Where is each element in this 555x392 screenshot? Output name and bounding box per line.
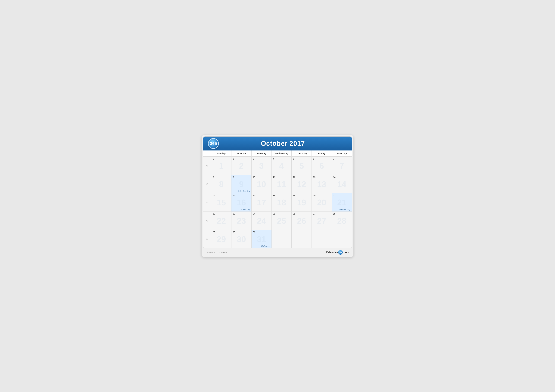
day-watermark: 19 bbox=[297, 198, 306, 207]
day-cell: 1717 bbox=[251, 193, 271, 212]
day-number: 7 bbox=[333, 157, 334, 160]
day-number: 12 bbox=[293, 176, 295, 178]
day-number: 31 bbox=[253, 231, 255, 234]
day-watermark: 31 bbox=[257, 235, 266, 244]
calendar-title: October 2017 bbox=[219, 140, 347, 147]
week-number: 44 bbox=[203, 230, 211, 248]
day-cell: 1818 bbox=[271, 193, 292, 212]
week-number: 41 bbox=[203, 175, 211, 193]
day-cell: 77 bbox=[332, 157, 352, 175]
day-number: 13 bbox=[313, 176, 315, 178]
day-cell: 11 bbox=[211, 157, 231, 175]
day-number: 4 bbox=[273, 157, 274, 160]
day-number: 1 bbox=[213, 157, 214, 160]
day-watermark: 1 bbox=[219, 161, 224, 171]
day-watermark: 20 bbox=[317, 198, 326, 207]
day-watermark: 13 bbox=[317, 179, 326, 189]
day-watermark: 17 bbox=[257, 198, 266, 207]
page-wrapper: 365 October 2017 SundayMondayTuesdayWedn… bbox=[202, 135, 353, 257]
day-cell: 1414 bbox=[332, 175, 352, 193]
day-number: 16 bbox=[233, 194, 235, 197]
day-of-week-label: Saturday bbox=[332, 150, 352, 156]
day-cell: 99Columbus Day bbox=[231, 175, 251, 193]
footer-logo-text: 365 bbox=[339, 252, 342, 253]
day-watermark: 23 bbox=[237, 216, 246, 226]
day-of-week-label: Sunday bbox=[211, 150, 231, 156]
day-watermark: 26 bbox=[297, 216, 306, 226]
day-watermark: 9 bbox=[239, 179, 244, 189]
day-watermark: 22 bbox=[217, 216, 226, 226]
day-watermark: 27 bbox=[317, 216, 326, 226]
day-number: 28 bbox=[333, 213, 336, 215]
day-number: 30 bbox=[233, 231, 235, 234]
day-watermark: 29 bbox=[217, 235, 226, 244]
day-watermark: 28 bbox=[337, 216, 346, 226]
day-cell: 66 bbox=[312, 157, 332, 175]
day-cell: 1919 bbox=[292, 193, 312, 212]
day-cell: 1010 bbox=[251, 175, 271, 193]
day-watermark: 2 bbox=[239, 161, 244, 171]
logo-text: 365 bbox=[210, 141, 217, 146]
day-cell: 44 bbox=[271, 157, 292, 175]
day-number: 26 bbox=[293, 213, 295, 215]
week-number: 40 bbox=[203, 157, 211, 175]
day-number: 3 bbox=[253, 157, 254, 160]
day-watermark: 30 bbox=[237, 235, 246, 244]
day-watermark: 16 bbox=[237, 198, 246, 207]
day-number: 11 bbox=[273, 176, 275, 178]
calendar-row: 418899Columbus Day10101111121213131414 bbox=[203, 175, 352, 193]
day-cell: 2020 bbox=[312, 193, 332, 212]
day-number: 27 bbox=[313, 213, 315, 215]
day-cell: 2828 bbox=[332, 212, 352, 230]
days-of-week-header: SundayMondayTuesdayWednesdayThursdayFrid… bbox=[203, 150, 352, 157]
calendar-container: 365 October 2017 SundayMondayTuesdayWedn… bbox=[203, 136, 352, 248]
day-cell: 2727 bbox=[312, 212, 332, 230]
day-number: 20 bbox=[313, 194, 315, 197]
calendar-header: 365 October 2017 bbox=[203, 136, 352, 150]
week-number: 42 bbox=[203, 193, 211, 212]
day-number: 21 bbox=[333, 194, 336, 197]
week-num-header-empty bbox=[203, 150, 211, 156]
day-of-week-label: Thursday bbox=[292, 150, 312, 156]
day-number: 29 bbox=[213, 231, 215, 234]
day-number: 14 bbox=[333, 176, 336, 178]
day-number: 8 bbox=[213, 176, 214, 178]
day-cell: 2525 bbox=[271, 212, 292, 230]
holiday-label: Columbus Day bbox=[238, 190, 250, 192]
day-cell bbox=[292, 230, 312, 248]
calendar-row: 432222232324242525262627272828 bbox=[203, 212, 352, 230]
footer-right-branding: Calendar- 365 .com bbox=[326, 250, 349, 255]
day-number: 15 bbox=[213, 194, 215, 197]
calendar-footer: October 2017 Calendar Calendar- 365 .com bbox=[203, 248, 352, 256]
logo-circle: 365 bbox=[208, 138, 219, 149]
day-cell: 22 bbox=[231, 157, 251, 175]
day-cell: 1111 bbox=[271, 175, 292, 193]
day-watermark: 15 bbox=[217, 198, 226, 207]
day-cell: 1616Boss's Day bbox=[231, 193, 251, 212]
day-watermark: 25 bbox=[277, 216, 286, 226]
day-watermark: 6 bbox=[319, 161, 324, 171]
day-number: 22 bbox=[213, 213, 215, 215]
calendar-body: 4011223344556677418899Columbus Day101011… bbox=[203, 157, 352, 248]
day-cell: 55 bbox=[292, 157, 312, 175]
day-watermark: 21 bbox=[337, 198, 346, 207]
calendar-row: 4011223344556677 bbox=[203, 157, 352, 175]
holiday-label: Sweetest Day bbox=[339, 208, 351, 211]
day-cell: 1212 bbox=[292, 175, 312, 193]
day-number: 17 bbox=[253, 194, 255, 197]
day-cell: 2424 bbox=[251, 212, 271, 230]
day-cell: 3030 bbox=[231, 230, 251, 248]
day-cell: 2121Sweetest Day bbox=[332, 193, 352, 212]
day-cell: 1313 bbox=[312, 175, 332, 193]
day-watermark: 7 bbox=[340, 161, 344, 171]
footer-dot-com: .com bbox=[343, 251, 349, 254]
day-watermark: 12 bbox=[297, 179, 306, 189]
day-watermark: 4 bbox=[279, 161, 284, 171]
footer-logo-circle: 365 bbox=[338, 250, 343, 255]
day-cell: 3131Halloween bbox=[251, 230, 271, 248]
day-number: 10 bbox=[253, 176, 255, 178]
footer-left-text: October 2017 Calendar bbox=[206, 251, 227, 254]
day-cell: 2222 bbox=[211, 212, 231, 230]
day-cell bbox=[271, 230, 292, 248]
day-watermark: 14 bbox=[337, 179, 346, 189]
